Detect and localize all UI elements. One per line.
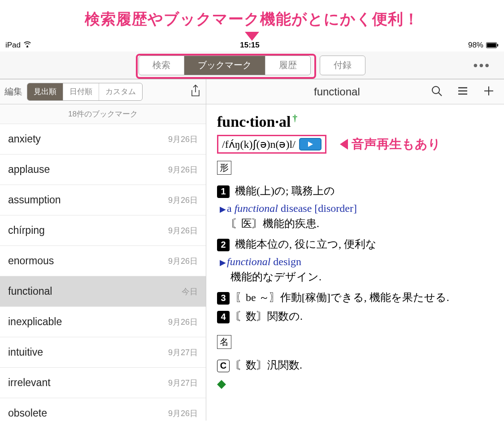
share-button[interactable] bbox=[190, 84, 201, 99]
definition-1: 機能(上)の; 職務上の bbox=[235, 184, 335, 198]
def-number-2: 2 bbox=[217, 239, 230, 251]
bookmark-date: 9月26日 bbox=[168, 225, 198, 236]
left-toolbar: 編集 見出順 日付順 カスタム bbox=[0, 79, 206, 104]
bookmark-date: 9月26日 bbox=[168, 164, 198, 175]
tab-search[interactable]: 検索 bbox=[139, 56, 184, 75]
bookmark-row[interactable]: inexplicable9月26日 bbox=[0, 307, 206, 337]
bookmark-panel: 編集 見出順 日付順 カスタム 18件のブックマーク anxiety9月26日a… bbox=[0, 79, 206, 421]
bookmark-word: inexplicable bbox=[8, 316, 62, 328]
bookmark-date: 今日 bbox=[182, 286, 198, 297]
battery-percent: 98% bbox=[468, 41, 483, 50]
bookmark-word: functional bbox=[8, 285, 52, 297]
example-2-translation: 機能的なデザイン. bbox=[230, 270, 493, 284]
bookmark-word: enormous bbox=[8, 255, 54, 267]
bookmark-row[interactable]: enormous9月26日 bbox=[0, 246, 206, 276]
device-label: iPad bbox=[5, 41, 21, 50]
edit-button[interactable]: 編集 bbox=[4, 86, 22, 98]
search-icon[interactable] bbox=[430, 85, 443, 99]
def-letter-c: C bbox=[217, 360, 230, 372]
secondary-segment-control: 付録 bbox=[320, 56, 365, 75]
entry-title: functional bbox=[314, 86, 360, 98]
right-toolbar: functional bbox=[206, 79, 504, 104]
sort-segment-control: 見出順 日付順 カスタム bbox=[27, 83, 143, 101]
example-1: ▶a functional disease [disorder] bbox=[220, 202, 493, 215]
phonetic-highlight: /fʌ́ŋ(k)ʃ(ə)n(ə)l/ bbox=[217, 135, 326, 154]
definition-3: 〖be ～〗作動[稼働]できる, 機能を果たせる. bbox=[235, 290, 449, 305]
sort-custom[interactable]: カスタム bbox=[99, 83, 142, 100]
bookmark-date: 9月26日 bbox=[168, 317, 198, 327]
dictionary-entry[interactable]: func·tion·al† /fʌ́ŋ(k)ʃ(ə)n(ə)l/ 音声再生もあり… bbox=[206, 104, 504, 421]
def-number-3: 3 bbox=[217, 292, 230, 305]
sort-headword[interactable]: 見出順 bbox=[27, 83, 63, 100]
pos-adjective: 形 bbox=[217, 161, 231, 175]
plus-icon[interactable] bbox=[482, 85, 495, 99]
noun-definition-c: 〘数〙汎関数. bbox=[235, 358, 302, 372]
definition-2: 機能本位の, 役に立つ, 便利な bbox=[235, 237, 377, 251]
entry-panel: functional func·tion·al† /fʌ́ŋ(k)ʃ(ə)n(ə… bbox=[206, 79, 504, 421]
example-2: ▶functional design bbox=[220, 256, 493, 268]
def-number-1: 1 bbox=[217, 185, 230, 198]
tab-history[interactable]: 履歴 bbox=[265, 56, 310, 75]
bookmark-date: 9月26日 bbox=[168, 134, 198, 145]
annotation-audio: 音声再生もあり bbox=[334, 136, 441, 153]
nav-bar: 検索 ブックマーク 履歴 付録 ••• bbox=[0, 52, 504, 79]
tab-bookmark[interactable]: ブックマーク bbox=[184, 56, 265, 75]
bookmark-row[interactable]: chírping9月26日 bbox=[0, 215, 206, 246]
phonetic-text: /fʌ́ŋ(k)ʃ(ə)n(ə)l/ bbox=[222, 138, 295, 150]
bookmark-word: obsolete bbox=[8, 407, 47, 419]
bookmark-row[interactable]: assumption9月26日 bbox=[0, 185, 206, 215]
main-segment-control: 検索 ブックマーク 履歴 bbox=[139, 56, 311, 75]
bookmark-row[interactable]: anxiety9月26日 bbox=[0, 124, 206, 155]
bookmark-word: applause bbox=[8, 163, 50, 176]
svg-rect-2 bbox=[487, 43, 496, 47]
annotation-arrow-left bbox=[340, 139, 348, 150]
def-number-4: 4 bbox=[217, 311, 230, 323]
audio-play-button[interactable] bbox=[299, 138, 322, 150]
bookmark-date: 9月26日 bbox=[168, 195, 198, 206]
annotation-headline: 検索履歴やブックマーク機能がとにかく便利！ bbox=[0, 0, 504, 32]
bookmark-word: intuitive bbox=[8, 346, 43, 358]
more-button[interactable]: ••• bbox=[474, 58, 491, 73]
bookmark-row[interactable]: functional今日 bbox=[0, 276, 206, 307]
svg-rect-3 bbox=[497, 44, 498, 47]
bookmark-word: assumption bbox=[8, 194, 61, 206]
diamond-icon: ◆ bbox=[217, 377, 493, 391]
svg-point-4 bbox=[432, 86, 439, 94]
menu-icon[interactable] bbox=[456, 85, 469, 99]
clock: 15:15 bbox=[240, 41, 259, 50]
bookmark-word: chírping bbox=[8, 224, 45, 236]
bookmark-row[interactable]: applause9月26日 bbox=[0, 155, 206, 185]
dagger-icon: † bbox=[292, 112, 297, 124]
bookmark-date: 9月26日 bbox=[168, 408, 198, 419]
tab-appendix[interactable]: 付録 bbox=[320, 56, 365, 75]
example-1-translation: 〘医〙機能的疾患. bbox=[230, 216, 493, 231]
bookmark-word: anxiety bbox=[8, 133, 41, 145]
bookmark-word: irrelevant bbox=[8, 377, 51, 389]
wifi-icon bbox=[23, 41, 31, 50]
definition-4: 〘数〙関数の. bbox=[235, 309, 303, 323]
bookmark-row[interactable]: intuitive9月27日 bbox=[0, 337, 206, 368]
bookmark-date: 9月27日 bbox=[168, 378, 198, 388]
bookmark-row[interactable]: irrelevant9月27日 bbox=[0, 368, 206, 398]
bookmark-row[interactable]: obsolete9月26日 bbox=[0, 398, 206, 421]
sort-date[interactable]: 日付順 bbox=[63, 83, 99, 100]
svg-point-0 bbox=[27, 46, 28, 47]
pos-noun: 名 bbox=[217, 335, 231, 349]
battery-icon bbox=[486, 42, 499, 48]
headword: func·tion·al† bbox=[217, 112, 493, 130]
bookmark-count: 18件のブックマーク bbox=[0, 104, 206, 124]
bookmark-date: 9月26日 bbox=[168, 256, 198, 267]
bookmark-list[interactable]: anxiety9月26日applause9月26日assumption9月26日… bbox=[0, 124, 206, 421]
bookmark-date: 9月27日 bbox=[168, 347, 198, 358]
status-bar: iPad 15:15 98% bbox=[0, 39, 504, 52]
